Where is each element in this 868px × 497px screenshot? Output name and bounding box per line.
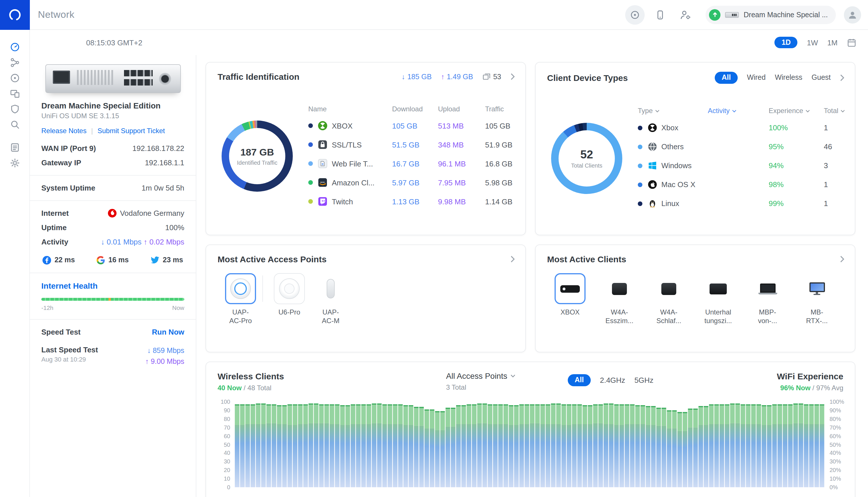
internet-health-title: Internet Health xyxy=(41,281,184,290)
linux-icon xyxy=(647,198,657,209)
magnifier-icon xyxy=(10,119,20,129)
last-speed-upload: ↑ 9.00 Mbps xyxy=(145,356,184,367)
sidebar-item-settings[interactable] xyxy=(4,155,25,170)
unifi-logo-icon xyxy=(8,7,23,22)
chevron-right-icon xyxy=(510,255,515,263)
xbox-console-image xyxy=(560,285,580,293)
client-type-row[interactable]: Mac OS X 98% 1 xyxy=(638,175,847,194)
ap-tile-u6-pro[interactable]: U6-Pro xyxy=(269,273,310,317)
chevron-right-icon xyxy=(510,73,515,80)
system-uptime-label: System Uptime xyxy=(41,184,95,192)
traffic-card-title: Traffic Identification xyxy=(218,72,299,82)
admins-button[interactable] xyxy=(676,5,696,24)
traffic-card-expand-button[interactable] xyxy=(510,73,515,80)
sidebar-item-insights[interactable] xyxy=(4,116,25,132)
isp-value: Vodafone Germany xyxy=(108,209,184,217)
col-type[interactable]: Type xyxy=(638,107,708,115)
apps-icon xyxy=(482,72,491,81)
col-upload[interactable]: Upload xyxy=(438,105,485,113)
client-tile-xbox[interactable]: XBOX xyxy=(549,273,591,317)
clients-expand-button[interactable] xyxy=(840,255,844,263)
range-1d-button[interactable]: 1D xyxy=(775,37,798,48)
run-speed-test-button[interactable]: Run Now xyxy=(152,328,184,336)
tab-wireless[interactable]: Wireless xyxy=(775,74,802,82)
tab-guest[interactable]: Guest xyxy=(811,74,831,82)
aps-card-title: Most Active Access Points xyxy=(218,254,327,264)
user-avatar[interactable] xyxy=(844,6,861,23)
traffic-row[interactable]: Amazon Cl... 5.97 GB 7.95 MB 5.98 GB xyxy=(308,173,517,192)
wireless-total: / 48 Total xyxy=(242,384,271,392)
console-selector[interactable]: Dream Machine Special ... xyxy=(706,5,836,24)
system-uptime-value: 1m 0w 5d 5h xyxy=(141,184,184,192)
clock: 08:15:03 GMT+2 xyxy=(86,38,142,47)
sidebar-item-clients[interactable] xyxy=(4,86,25,101)
laptop-image xyxy=(758,283,777,294)
client-types-table: Type Activity Experience Total Xbox 100% xyxy=(638,103,855,213)
traffic-row[interactable]: Twitch 1.13 GB 9.98 MB 1.14 GB xyxy=(308,192,517,211)
console-panel: Dream Machine Special Edition UniFi OS U… xyxy=(30,55,196,497)
ap-tile-uap-ac-m[interactable]: UAP-AC-M xyxy=(310,273,351,325)
last-speed-test: Last Speed Test Aug 30 at 10:29 ↓ 859 Mb… xyxy=(41,345,184,367)
log-list-icon xyxy=(10,142,20,152)
wireless-clients-card: Wireless Clients 40 Now / 48 Total All A… xyxy=(206,361,855,497)
sidebar-item-security[interactable] xyxy=(4,101,25,116)
sidebar-item-devices[interactable] xyxy=(4,70,25,86)
client-types-expand-button[interactable] xyxy=(840,74,844,82)
band-all-button[interactable]: All xyxy=(568,374,591,386)
ap-tile-uap-ac-pro[interactable]: UAP-AC-Pro xyxy=(220,273,261,325)
range-1w-button[interactable]: 1W xyxy=(807,38,818,47)
calendar-button[interactable] xyxy=(847,38,856,47)
col-download[interactable]: Download xyxy=(392,105,438,113)
col-traffic[interactable]: Traffic xyxy=(485,105,523,113)
client-tile-w4a-esszimmer[interactable]: W4A-Esszim... xyxy=(599,273,640,325)
sidebar-item-topology[interactable] xyxy=(4,55,25,70)
unifi-network-dashboard: Network Dream Machine Special ... xyxy=(0,0,868,497)
wireless-now: 40 Now xyxy=(218,384,242,392)
console-image xyxy=(41,64,184,93)
col-name[interactable]: Name xyxy=(308,105,392,113)
client-tile-w4a-schlafzimmer[interactable]: W4A-Schlaf... xyxy=(648,273,689,325)
client-types-donut-label: Total Clients xyxy=(571,162,602,168)
console-name: Dream Machine Special ... xyxy=(744,11,828,19)
traffic-row[interactable]: Web File T... 16.7 GB 96.1 MB 16.8 GB xyxy=(308,154,517,173)
unifi-logo[interactable] xyxy=(0,0,30,30)
release-notes-link[interactable]: Release Notes xyxy=(41,127,86,135)
client-tile-mbp[interactable]: MBP-von-... xyxy=(747,273,788,325)
chevron-right-icon xyxy=(840,255,844,263)
mobile-device-button[interactable] xyxy=(651,5,670,24)
col-experience[interactable]: Experience xyxy=(769,107,824,115)
tab-all[interactable]: All xyxy=(715,72,738,84)
client-type-row[interactable]: Linux 99% 1 xyxy=(638,194,847,213)
col-activity[interactable]: Activity xyxy=(708,107,769,115)
twitch-icon xyxy=(318,196,328,207)
facebook-icon xyxy=(42,256,51,264)
uap-ac-m-image xyxy=(327,279,335,298)
topology-icon xyxy=(10,57,20,68)
tab-wired[interactable]: Wired xyxy=(747,74,766,82)
range-1m-button[interactable]: 1M xyxy=(827,38,838,47)
client-tile-mb-rtx[interactable]: MB-RTX-... xyxy=(796,273,838,325)
sidebar-item-system-log[interactable] xyxy=(4,140,25,155)
isp-uptime-label: Uptime xyxy=(41,223,67,232)
traffic-row[interactable]: SSL/TLS 51.5 GB 348 MB 51.9 GB xyxy=(308,135,517,154)
sidebar-item-dashboard[interactable] xyxy=(4,39,25,55)
twitter-icon xyxy=(150,255,159,265)
network-status-button[interactable] xyxy=(626,5,645,24)
client-type-row[interactable]: Others 95% 46 xyxy=(638,137,847,156)
sidebar-rail xyxy=(0,30,30,497)
ping-latency-row: 22 ms 16 ms 23 ms xyxy=(41,255,184,265)
most-active-clients-card: Most Active Clients XBOX W4A xyxy=(535,244,855,352)
dashboard-icon xyxy=(10,42,20,52)
band-5ghz-button[interactable]: 5GHz xyxy=(634,376,653,384)
wireless-chart-plot xyxy=(235,402,825,487)
traffic-row[interactable]: XBOX 105 GB 513 MB 105 GB xyxy=(308,116,517,135)
support-ticket-link[interactable]: Submit Support Ticket xyxy=(98,127,165,135)
ap-filter-dropdown[interactable]: All Access Points xyxy=(446,371,568,381)
client-type-row[interactable]: Windows 94% 3 xyxy=(638,156,847,175)
client-tile-unterhaltung[interactable]: Unterhaltungszi... xyxy=(698,273,739,325)
col-total[interactable]: Total xyxy=(824,107,850,115)
most-active-aps-card: Most Active Access Points UAP-AC-Pro xyxy=(206,244,526,352)
client-type-row[interactable]: Xbox 100% 1 xyxy=(638,118,847,137)
aps-expand-button[interactable] xyxy=(510,255,515,263)
band-24ghz-button[interactable]: 2.4GHz xyxy=(600,376,625,384)
